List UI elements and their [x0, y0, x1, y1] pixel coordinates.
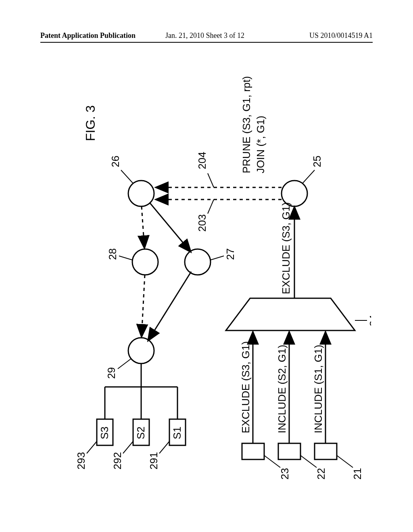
svg-line-33 [119, 256, 132, 260]
svg-line-26 [337, 455, 353, 468]
svg-line-18 [142, 206, 144, 247]
figure-3-diagram: INCLUDE (S1, G1) INCLUDE (S2, G1) EXCLUD… [40, 64, 371, 480]
ref-292: 292 [111, 452, 123, 470]
ref-29: 29 [105, 367, 117, 379]
svg-line-38 [208, 200, 214, 214]
svg-line-36 [123, 441, 133, 453]
header-center: Jan. 21, 2010 Sheet 3 of 12 [165, 31, 244, 40]
label-include-s1: INCLUDE (S1, G1) [312, 345, 324, 433]
svg-line-30 [302, 170, 315, 183]
svg-point-5 [185, 249, 211, 275]
ref-26: 26 [109, 156, 121, 167]
svg-point-6 [132, 249, 158, 275]
source-s3: S3 [98, 426, 111, 439]
source-s2: S2 [135, 426, 147, 439]
svg-line-20 [142, 275, 145, 336]
ref-24: 24 [367, 315, 371, 326]
svg-line-19 [148, 272, 191, 340]
svg-line-32 [211, 256, 224, 260]
label-exclude-s3b: EXCLUDE (S3, G1) [280, 202, 292, 294]
svg-line-31 [121, 170, 133, 183]
header-divider [40, 42, 373, 43]
svg-line-39 [208, 173, 214, 187]
ref-22: 22 [315, 468, 327, 480]
header-right: US 2010/0014519 A1 [309, 31, 373, 40]
svg-rect-2 [242, 443, 264, 459]
svg-line-17 [150, 203, 190, 251]
ref-23: 23 [279, 468, 291, 480]
svg-point-4 [128, 181, 154, 206]
label-exclude-s3a: EXCLUDE (S3, G1) [240, 341, 252, 433]
ref-203: 203 [196, 214, 208, 232]
ref-28: 28 [106, 248, 119, 260]
label-prune: PRUNE (S3, G1, rpt) [240, 76, 252, 173]
svg-point-7 [128, 338, 154, 364]
label-include-s2: INCLUDE (S2, G1) [276, 345, 288, 433]
source-s1: S1 [171, 426, 183, 439]
svg-line-34 [118, 359, 131, 369]
ref-21: 21 [351, 468, 363, 480]
ref-27: 27 [224, 248, 236, 260]
svg-rect-0 [315, 443, 337, 459]
svg-rect-1 [278, 443, 300, 459]
svg-line-37 [87, 441, 97, 453]
label-join: JOIN (*, G1) [254, 116, 267, 173]
ref-293: 293 [75, 452, 87, 470]
ref-291: 291 [148, 452, 160, 470]
svg-line-35 [159, 441, 169, 453]
header-left: Patent Application Publication [40, 31, 136, 40]
figure-label: FIG. 3 [83, 105, 98, 141]
ref-204: 204 [196, 152, 208, 169]
ref-25: 25 [311, 156, 323, 167]
